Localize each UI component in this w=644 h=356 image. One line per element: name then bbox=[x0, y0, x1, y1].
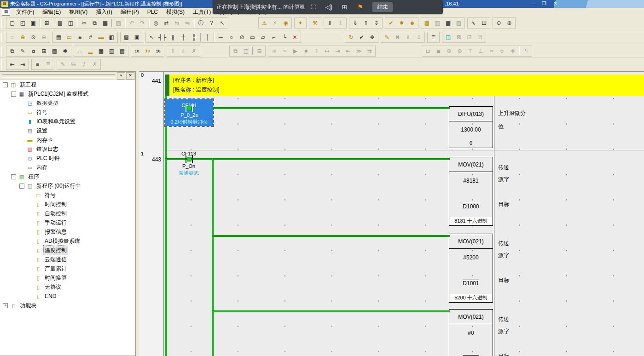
menu-simulation[interactable]: 模拟(S) bbox=[162, 8, 189, 16]
zoom-in-icon[interactable]: ⊕ bbox=[17, 33, 28, 42]
instruction-box-tool-icon[interactable]: ▭ bbox=[247, 33, 258, 42]
symbol-table-view-icon[interactable]: ▂ bbox=[85, 46, 96, 56]
child-window-icon[interactable]: ▦ bbox=[2, 8, 10, 16]
operator-interface-icon[interactable]: ☻ bbox=[407, 18, 418, 28]
monitor-hex-icon[interactable]: 16 bbox=[153, 46, 163, 56]
tree-item-sec-time-convert[interactable]: ▯时间换算 bbox=[0, 273, 135, 282]
zoom-fit-icon[interactable]: ◌ bbox=[7, 33, 17, 42]
print-preview-icon[interactable]: ◫ bbox=[65, 18, 76, 28]
copy-icon[interactable]: ⧉ bbox=[89, 18, 100, 28]
delete-tool-icon[interactable]: ✕ bbox=[290, 33, 300, 42]
plc-memory-window-icon[interactable]: ▤ bbox=[422, 18, 432, 28]
tree-item-sec-alarm-info[interactable]: ▯报警信息 bbox=[0, 227, 135, 236]
tree-item-data-types[interactable]: ◳数据类型 bbox=[0, 98, 135, 108]
tree-item-sec-cloud-comm[interactable]: ▯云端通信 bbox=[0, 255, 135, 264]
tree-item-sec-auto-control[interactable]: ▯自动控制 bbox=[0, 209, 135, 218]
tree-item-function-blocks[interactable]: +▯功能块 bbox=[0, 301, 135, 310]
collapse-toggle[interactable]: - bbox=[3, 82, 8, 87]
menu-insert[interactable]: 插入(I) bbox=[92, 8, 116, 16]
cross-reference-icon[interactable]: ⧇ bbox=[28, 46, 39, 56]
context-help-icon[interactable]: ↖ bbox=[217, 18, 227, 28]
comment-list-icon[interactable]: ≡ bbox=[75, 33, 85, 42]
horizontal-line-tool-icon[interactable]: ─ bbox=[215, 33, 226, 42]
tree-item-new-program[interactable]: -◫新程序 (00)运行中 bbox=[0, 181, 135, 190]
indent-increase-icon[interactable]: ⇥ bbox=[17, 60, 28, 69]
print-icon[interactable]: ▤ bbox=[55, 18, 65, 28]
restore-button[interactable]: ❐ bbox=[541, 0, 547, 6]
help-topics-icon[interactable]: ? bbox=[206, 18, 217, 28]
grid-toggle-icon[interactable]: ▦ bbox=[53, 33, 64, 42]
monitor-signed-decimal-icon[interactable]: 10 bbox=[142, 46, 153, 56]
indent-decrease-icon[interactable]: ⇤ bbox=[7, 60, 17, 69]
tree-item-project[interactable]: -◫新工程 bbox=[0, 80, 135, 89]
rung-wrap-off-icon[interactable]: ≣ bbox=[43, 60, 53, 69]
io-comment-view-icon[interactable]: # bbox=[85, 33, 96, 42]
open-icon[interactable]: ◰ bbox=[17, 18, 28, 28]
time-chart-icon[interactable]: ∿ bbox=[468, 18, 479, 28]
tree-item-error-log[interactable]: ▥错误日志 bbox=[0, 144, 135, 154]
menu-plc[interactable]: PLC bbox=[143, 8, 162, 16]
volume-icon[interactable]: ◁) bbox=[321, 3, 337, 11]
instruction-difu[interactable]: DIFU(013) 1300.00 0 bbox=[449, 106, 493, 148]
compile-all-icon[interactable]: ❖ bbox=[367, 33, 377, 42]
tree-item-sec-symbols[interactable]: ▭符号 bbox=[0, 190, 135, 200]
watch-window-icon[interactable]: ◫ bbox=[443, 33, 453, 42]
symbol-bar-icon[interactable]: ▬ bbox=[96, 33, 106, 42]
contact-or-no-tool-icon[interactable]: ╪ bbox=[178, 33, 189, 42]
pin-icon[interactable]: ⚑ bbox=[352, 3, 368, 11]
cut-icon[interactable]: ✂ bbox=[79, 18, 89, 28]
collapse-toggle[interactable]: - bbox=[19, 184, 24, 189]
contact-no-tool-icon[interactable]: ┤├ bbox=[157, 33, 168, 42]
panel-splitter[interactable] bbox=[136, 71, 139, 356]
close-button[interactable]: ✕ bbox=[552, 0, 558, 6]
transfer-to-plc-icon[interactable]: ⇓ bbox=[350, 18, 360, 28]
find-icon[interactable]: ◎ bbox=[151, 18, 161, 28]
function-invoke-tool-icon[interactable]: ⌐ bbox=[268, 33, 279, 42]
pause-monitoring-icon[interactable]: ‖ bbox=[325, 18, 335, 28]
new-icon[interactable]: ▢ bbox=[7, 18, 17, 28]
zoom-100-icon[interactable]: ⊙ bbox=[28, 33, 39, 42]
menu-view[interactable]: 视图(V) bbox=[65, 8, 92, 16]
window-compare-icon[interactable]: ⊞ bbox=[39, 46, 49, 56]
set-password-icon[interactable]: ⊙ bbox=[493, 18, 504, 28]
vertical-line-tool-icon[interactable]: │ bbox=[202, 33, 213, 42]
properties-icon[interactable]: ✱ bbox=[60, 46, 70, 56]
ci-instruction-icon[interactable]: ▣ bbox=[132, 33, 142, 42]
fullscreen-icon[interactable]: ⛶ bbox=[305, 3, 321, 11]
compile-program-icon[interactable]: ✔ bbox=[356, 33, 367, 42]
tree-dropdown-button[interactable]: ▾ bbox=[117, 72, 125, 80]
settings-view-icon[interactable]: ▥ bbox=[106, 46, 117, 56]
tree-panel-grip[interactable] bbox=[2, 74, 115, 78]
online-edit-begin-icon[interactable]: ✎ bbox=[382, 33, 392, 42]
tree-item-sec-temp-control[interactable]: ▯温度控制 bbox=[0, 246, 135, 255]
io-table-view-icon[interactable]: ▦ bbox=[96, 46, 106, 56]
rung-wrap-on-icon[interactable]: ≡ bbox=[32, 60, 43, 69]
output-window-toggle-icon[interactable]: ◧ bbox=[106, 33, 117, 42]
tree-close-button[interactable]: ✕ bbox=[126, 72, 134, 80]
paste-icon[interactable]: ▦ bbox=[100, 18, 110, 28]
line-connect-tool-icon[interactable]: └ bbox=[279, 33, 290, 42]
find-replace-icon[interactable]: ⇄ bbox=[161, 18, 172, 28]
contact-nc-tool-icon[interactable]: ∦ bbox=[168, 33, 178, 42]
clipboard-window-icon[interactable]: ⧉ bbox=[7, 46, 17, 56]
contact-cf101[interactable]: CF101 P_0_2s 0.2秒时钟脉冲位 bbox=[165, 99, 213, 126]
debug-mode-icon[interactable]: ✦ bbox=[295, 18, 306, 28]
transfer-from-plc-icon[interactable]: ⇑ bbox=[360, 18, 371, 28]
tree-item-symbols[interactable]: ▭符号 bbox=[0, 108, 135, 117]
monitor-decimal-icon[interactable]: 10 bbox=[132, 46, 142, 56]
release-password-icon[interactable]: ⊚ bbox=[504, 18, 515, 28]
tree-item-sec-manual-run[interactable]: ▯手动运行 bbox=[0, 218, 135, 227]
tree-item-memory[interactable]: ▭内存 bbox=[0, 163, 135, 172]
tree-item-plc[interactable]: -▦新PLC1[CJ2M] 监视模式 bbox=[0, 89, 135, 98]
address-reference-icon[interactable]: ≣ bbox=[428, 33, 439, 42]
rung-comment-header[interactable]: [程序名 : 新程序] [段名称 : 温度控制] bbox=[165, 75, 644, 96]
edit-window-icon[interactable]: ✎ bbox=[17, 46, 28, 56]
contact-or-nc-tool-icon[interactable]: ╬ bbox=[189, 33, 199, 42]
menu-program[interactable]: 编程(P) bbox=[116, 8, 143, 16]
program-verify-icon[interactable]: ✔ bbox=[386, 18, 396, 28]
compare-with-plc-icon[interactable]: ⇕ bbox=[371, 18, 382, 28]
save-icon[interactable]: ▣ bbox=[28, 18, 39, 28]
maintenance-mode-icon[interactable]: ⚒ bbox=[310, 18, 320, 28]
tree-item-programs[interactable]: -▧程序 bbox=[0, 172, 135, 181]
menu-file[interactable]: 文件(F) bbox=[12, 8, 38, 16]
